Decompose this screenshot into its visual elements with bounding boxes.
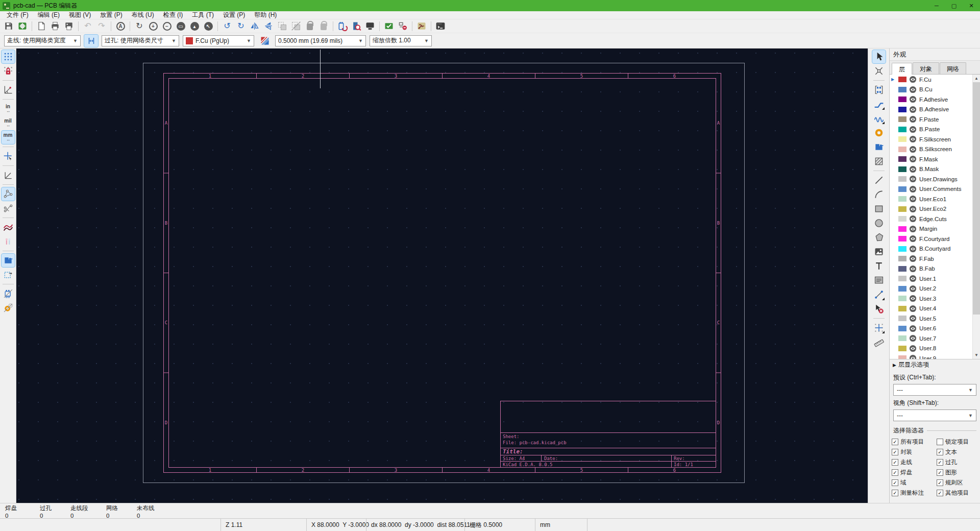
layer-color-swatch[interactable]: [898, 355, 906, 359]
add-text-tool-button[interactable]: [872, 259, 886, 273]
checkbox-checked-icon[interactable]: ✓: [892, 459, 898, 466]
checkbox-icon[interactable]: [937, 439, 943, 445]
active-layer-select[interactable]: F.Cu (PgUp)▼: [183, 35, 254, 46]
layer-row-b-silkscreen[interactable]: B.Silkscreen: [890, 144, 972, 155]
checkbox-checked-icon[interactable]: ✓: [937, 490, 943, 496]
select-tool-button[interactable]: [872, 50, 886, 63]
filter-规则区[interactable]: ✓规则区: [937, 479, 978, 487]
print-button[interactable]: [48, 20, 62, 32]
layer-row-user-9[interactable]: User.9: [890, 353, 972, 359]
layer-visibility-eye-icon[interactable]: [909, 175, 917, 183]
layer-row-b-courtyard[interactable]: B.Courtyard: [890, 244, 972, 254]
draw-line-tool-button[interactable]: [872, 174, 886, 187]
auto-track-width-toggle[interactable]: [84, 35, 98, 47]
presets-select[interactable]: ---▼: [893, 384, 976, 396]
layer-list-scrollbar[interactable]: ▲ ▼: [972, 75, 980, 359]
pcb-canvas[interactable]: 112233445566AABBCCDDSheet:File: pcb-cad.…: [16, 49, 868, 503]
find-button[interactable]: A: [114, 20, 127, 32]
group-button[interactable]: [276, 20, 289, 32]
hv45-constraint-button[interactable]: [2, 168, 15, 182]
add-via-tool-button[interactable]: [872, 126, 886, 139]
layer-color-swatch[interactable]: [898, 216, 906, 222]
layer-color-swatch[interactable]: [898, 226, 906, 232]
lock-button[interactable]: [303, 20, 316, 32]
units-inches-button[interactable]: in↔: [2, 102, 15, 115]
add-dimension-tool-button[interactable]: [872, 288, 886, 301]
layer-row-b-mask[interactable]: B.Mask: [890, 164, 972, 175]
layer-color-swatch[interactable]: [898, 316, 906, 321]
layer-visibility-eye-icon[interactable]: [909, 185, 917, 193]
layer-row-user-2[interactable]: User.2: [890, 284, 972, 294]
layer-row-f-fab[interactable]: F.Fab: [890, 254, 972, 264]
checkbox-checked-icon[interactable]: ✓: [892, 469, 898, 476]
layer-visibility-eye-icon[interactable]: [909, 354, 917, 359]
layer-row-f-adhesive[interactable]: F.Adhesive: [890, 94, 972, 105]
layer-color-swatch[interactable]: [898, 166, 906, 172]
layer-visibility-eye-icon[interactable]: [909, 275, 917, 282]
3d-viewer-button[interactable]: [363, 20, 377, 32]
add-textbox-tool-button[interactable]: [872, 274, 886, 287]
layer-color-swatch[interactable]: [898, 236, 906, 242]
tab-对象[interactable]: 对象: [913, 62, 939, 74]
layer-row-user-comments[interactable]: User.Comments: [890, 184, 972, 195]
maximize-button[interactable]: ▢: [945, 0, 963, 11]
grid-origin-tool-button[interactable]: [872, 321, 886, 334]
layer-row-user-eco2[interactable]: User.Eco2: [890, 204, 972, 214]
drc-button[interactable]: [382, 20, 396, 32]
filter-焊盘[interactable]: ✓焊盘: [892, 469, 937, 476]
layer-color-swatch[interactable]: [898, 107, 906, 112]
show-ratsnest-button[interactable]: [2, 187, 15, 201]
draw-circle-tool-button[interactable]: [872, 216, 886, 230]
grid-overrides-button[interactable]: [2, 64, 15, 78]
layer-visibility-eye-icon[interactable]: [909, 325, 917, 332]
layer-color-swatch[interactable]: [898, 147, 906, 152]
layer-row-f-mask[interactable]: F.Mask: [890, 154, 972, 164]
units-mils-button[interactable]: mil↔: [2, 116, 15, 130]
layer-row-user-7[interactable]: User.7: [890, 333, 972, 344]
sketch-pads-button[interactable]: [2, 235, 15, 248]
router-settings-button[interactable]: [415, 20, 428, 32]
layer-row-user-drawings[interactable]: User.Drawings: [890, 174, 972, 184]
zoom-in-button[interactable]: +: [146, 20, 160, 32]
scroll-down-icon[interactable]: ▼: [973, 351, 980, 359]
scripting-console-button[interactable]: [434, 20, 447, 32]
layer-visibility-eye-icon[interactable]: [909, 235, 917, 243]
layer-visibility-eye-icon[interactable]: [909, 86, 917, 93]
zoom-fit-button[interactable]: ▭: [174, 20, 187, 32]
layer-visibility-eye-icon[interactable]: [909, 265, 917, 273]
layer-visibility-eye-icon[interactable]: [909, 215, 917, 223]
layer-visibility-eye-icon[interactable]: [909, 315, 917, 322]
viewports-select[interactable]: ---▼: [893, 409, 976, 421]
layer-color-swatch[interactable]: [898, 266, 906, 272]
zone-fill-display-button[interactable]: [2, 254, 15, 267]
layer-row-user-1[interactable]: User.1: [890, 274, 972, 284]
layer-visibility-eye-icon[interactable]: [909, 195, 917, 203]
filter-封装[interactable]: ✓封装: [892, 448, 937, 456]
layer-visibility-eye-icon[interactable]: [909, 95, 917, 103]
curved-ratsnest-button[interactable]: [2, 202, 15, 215]
layer-visibility-eye-icon[interactable]: [909, 165, 917, 173]
layer-row-b-fab[interactable]: B.Fab: [890, 264, 972, 274]
checkbox-checked-icon[interactable]: ✓: [937, 459, 943, 466]
draw-polygon-tool-button[interactable]: [872, 231, 886, 244]
ungroup-button[interactable]: [289, 20, 303, 32]
flip-vertical-button[interactable]: [262, 20, 275, 32]
layer-row-user-8[interactable]: User.8: [890, 344, 972, 354]
filter-其他项目[interactable]: ✓其他项目: [937, 489, 978, 497]
layer-color-swatch[interactable]: [898, 246, 906, 252]
zone-outline-display-button[interactable]: [2, 268, 15, 281]
layer-color-swatch[interactable]: [898, 346, 906, 351]
menu-u[interactable]: 布线 (U): [127, 11, 159, 19]
layer-color-swatch[interactable]: [898, 326, 906, 331]
zoom-selection-button[interactable]: ↖: [202, 20, 215, 32]
menu-p[interactable]: 放置 (P): [95, 11, 127, 19]
layer-visibility-eye-icon[interactable]: [909, 115, 917, 123]
layer-color-swatch[interactable]: [898, 87, 906, 92]
layer-color-swatch[interactable]: [898, 186, 906, 192]
draw-rectangle-tool-button[interactable]: [872, 202, 886, 215]
layer-color-swatch[interactable]: [898, 335, 906, 341]
layer-color-swatch[interactable]: [898, 276, 906, 281]
save-button[interactable]: [2, 20, 15, 32]
undo-button[interactable]: ↶: [81, 20, 94, 32]
layer-color-swatch[interactable]: [898, 306, 906, 311]
